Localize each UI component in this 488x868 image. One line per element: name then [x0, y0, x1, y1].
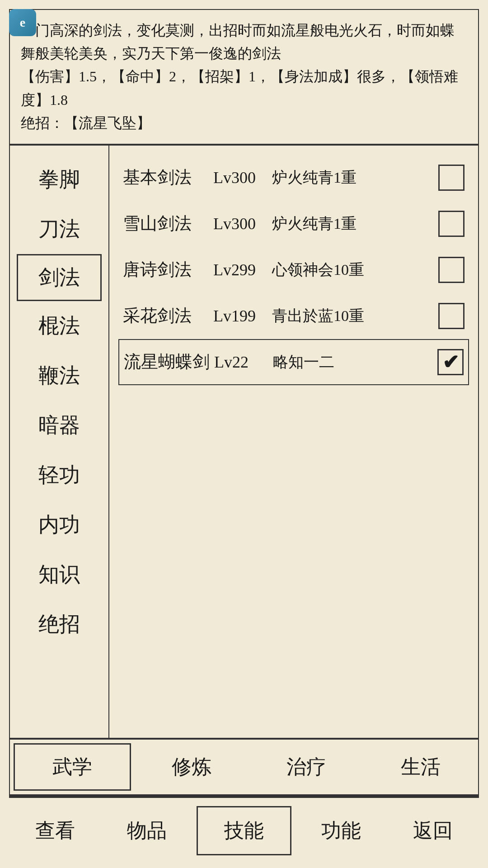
nav-item-wupin[interactable]: 物品 — [101, 804, 193, 858]
skill-name-xueshanjianfa: 雪山剑法 — [123, 212, 213, 235]
skill-mastery-jibenjianfa: 炉火纯青1重 — [272, 167, 438, 188]
nav-item-chakan[interactable]: 查看 — [9, 804, 101, 858]
nav-item-fanhui[interactable]: 返回 — [387, 804, 479, 858]
sidebar-item-zhishi[interactable]: 知识 — [10, 550, 108, 599]
sidebar-item-gunfa[interactable]: 棍法 — [10, 301, 108, 351]
skill-checkbox-xueshanjianfa[interactable] — [438, 211, 465, 237]
skill-mastery-liuxinghudierjian: 略知一二 — [273, 352, 437, 373]
nav-bar: 查看 物品 技能 功能 返回 — [9, 802, 479, 859]
bottom-tabs: 武学 修炼 治疗 生活 — [9, 739, 479, 795]
skill-name-caihuajianfa: 采花剑法 — [123, 304, 213, 327]
sidebar-item-bianfa[interactable]: 鞭法 — [10, 351, 108, 401]
app-icon: e — [9, 9, 36, 36]
nav-item-gongneng[interactable]: 功能 — [295, 804, 387, 858]
skill-mastery-caihuajianfa: 青出於蓝10重 — [272, 306, 438, 326]
skill-row-xueshanjianfa[interactable]: 雪山剑法 Lv300 炉火纯青1重 — [123, 201, 465, 247]
skill-level-caihuajianfa: Lv199 — [213, 307, 272, 326]
skill-row-tangshijianfa[interactable]: 唐诗剑法 Lv299 心领神会10重 — [123, 247, 465, 293]
sidebar-item-neigong[interactable]: 内功 — [10, 500, 108, 550]
skills-panel: 基本剑法 Lv300 炉火纯青1重 雪山剑法 Lv300 炉火纯青1重 唐诗剑法… — [109, 146, 478, 738]
description-area: 一门高深的剑法，变化莫测，出招时而如流星般电光火石，时而如蝶舞般美轮美奂，实乃天… — [9, 9, 479, 145]
skill-checkbox-liuxinghudierjian[interactable]: ✔ — [437, 349, 464, 375]
skill-level-jibenjianfa: Lv300 — [213, 168, 272, 187]
tab-xiulian[interactable]: 修炼 — [135, 741, 249, 793]
sidebar-item-anqi[interactable]: 暗器 — [10, 401, 108, 450]
sidebar-item-juezhao[interactable]: 绝招 — [10, 599, 108, 649]
sidebar-item-qinggong[interactable]: 轻功 — [10, 450, 108, 500]
skill-level-tangshijianfa: Lv299 — [213, 260, 272, 279]
main-container: e 一门高深的剑法，变化莫测，出招时而如流星般电光火石，时而如蝶舞般美轮美奂，实… — [0, 0, 488, 868]
skill-checkbox-caihuajianfa[interactable] — [438, 303, 465, 329]
sidebar-item-jianfa[interactable]: 剑法 — [17, 254, 102, 301]
description-text: 一门高深的剑法，变化莫测，出招时而如流星般电光火石，时而如蝶舞般美轮美奂，实乃天… — [21, 22, 458, 131]
tab-wuxue[interactable]: 武学 — [14, 743, 131, 791]
sidebar-item-quanjiao[interactable]: 拳脚 — [10, 155, 108, 204]
skill-name-tangshijianfa: 唐诗剑法 — [123, 258, 213, 281]
tab-zhiliao[interactable]: 治疗 — [249, 741, 364, 793]
skill-row-liuxinghudierjian[interactable]: 流星蝴蝶剑 Lv22 略知一二 ✔ — [118, 339, 469, 385]
app-icon-label: e — [20, 15, 25, 30]
nav-item-jineng[interactable]: 技能 — [197, 806, 291, 855]
spacer — [0, 798, 488, 802]
skill-name-jibenjianfa: 基本剑法 — [123, 166, 213, 189]
content-area: 拳脚 刀法 剑法 棍法 鞭法 暗器 轻功 内功 知识 绝招 基本剑法 Lv300… — [9, 145, 479, 739]
sidebar: 拳脚 刀法 剑法 棍法 鞭法 暗器 轻功 内功 知识 绝招 — [10, 146, 109, 738]
sidebar-item-daofa[interactable]: 刀法 — [10, 204, 108, 254]
skill-checkbox-jibenjianfa[interactable] — [438, 165, 465, 191]
skill-name-liuxinghudierjian: 流星蝴蝶剑 — [124, 350, 214, 373]
skill-row-caihuajianfa[interactable]: 采花剑法 Lv199 青出於蓝10重 — [123, 293, 465, 339]
skill-level-xueshanjianfa: Lv300 — [213, 214, 272, 233]
skill-checkbox-tangshijianfa[interactable] — [438, 257, 465, 283]
skill-mastery-xueshanjianfa: 炉火纯青1重 — [272, 213, 438, 234]
skill-row-jibenjianfa[interactable]: 基本剑法 Lv300 炉火纯青1重 — [123, 155, 465, 201]
skill-level-liuxinghudierjian: Lv22 — [214, 353, 273, 372]
tab-shenghuo[interactable]: 生活 — [364, 741, 479, 793]
skill-mastery-tangshijianfa: 心领神会10重 — [272, 259, 438, 280]
